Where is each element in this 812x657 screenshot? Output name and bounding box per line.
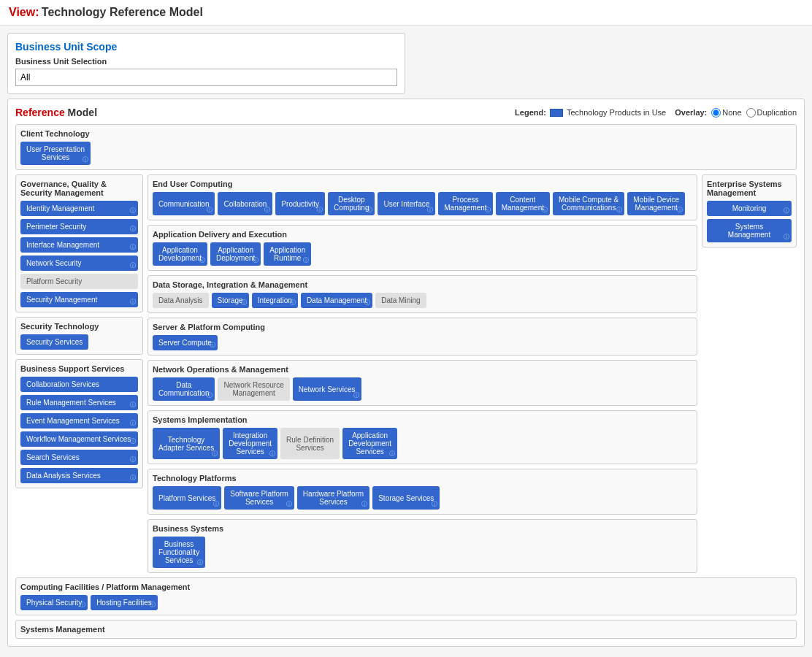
mobile-device-management-btn[interactable]: Mobile DeviceManagementⓘ [627,192,685,215]
overlay-duplication-radio[interactable] [746,108,756,118]
data-communication-btn[interactable]: DataCommunicationⓘ [153,377,215,401]
platform-security-btn[interactable]: Platform Security [20,274,138,289]
storage-services-btn[interactable]: Storage Servicesⓘ [372,486,440,510]
perimeter-security-btn[interactable]: Perimeter Securityⓘ [20,219,138,234]
overlay-none-option[interactable]: None [711,108,741,118]
data-storage-section: Data Storage, Integration & Management D… [148,275,697,313]
integration-btn[interactable]: Integrationⓘ [252,293,298,308]
network-services-btn[interactable]: Network Servicesⓘ [293,377,361,401]
collaboration-services-btn[interactable]: Collaboration Services [20,377,138,392]
workflow-management-services-btn[interactable]: Workflow Management Servicesⓘ [20,431,138,447]
tech-adapter-services-btn[interactable]: TechnologyAdapter Servicesⓘ [153,428,220,459]
business-support-section: Business Support Services Collaboration … [15,359,143,488]
server-platform-section: Server & Platform Computing Server Compu… [148,318,697,356]
security-technology-title: Security Technology [20,322,138,331]
collaboration-euc-btn[interactable]: Collaborationⓘ [218,192,272,215]
view-label: View: [9,6,39,18]
legend-label: Legend: [515,108,546,117]
network-ops-title: Network Operations & Management [153,365,692,374]
reference-model-title: Reference Model [15,107,97,118]
event-management-services-btn[interactable]: Event Management Servicesⓘ [20,413,138,429]
overlay-duplication-option[interactable]: Duplication [746,108,797,118]
business-support-title: Business Support Services [20,364,138,373]
systems-impl-section: Systems Implementation TechnologyAdapter… [148,410,697,464]
app-runtime-btn[interactable]: ApplicationRuntimeⓘ [264,242,311,266]
hardware-platform-services-btn[interactable]: Hardware PlatformServicesⓘ [297,486,369,510]
business-systems-title: Business Systems [153,524,692,533]
storage-btn[interactable]: Storageⓘ [212,293,249,308]
right-panel: Enterprise Systems Management Monitoring… [702,174,797,247]
systems-management-right-btn[interactable]: SystemsManagementⓘ [707,219,792,242]
tech-platforms-section: Technology Platforms Platform Servicesⓘ … [148,469,697,515]
page-header: View: Technology Reference Model [0,0,812,26]
end-user-computing-title: End User Computing [153,180,692,188]
communication-btn[interactable]: Communicationⓘ [153,192,215,215]
user-presentation-services-btn[interactable]: User PresentationServices ⓘ [20,142,91,165]
tech-platforms-title: Technology Platforms [153,474,692,483]
security-technology-section: Security Technology Security Services [15,317,143,355]
interface-management-btn[interactable]: Interface Managementⓘ [20,237,138,253]
rule-management-services-btn[interactable]: Rule Management Servicesⓘ [20,395,138,410]
overlay-label: Overlay: [675,108,707,117]
data-storage-title: Data Storage, Integration & Management [153,280,692,289]
business-unit-input[interactable] [15,69,397,86]
user-interface-btn[interactable]: User Interfaceⓘ [378,192,435,215]
app-development-btn[interactable]: ApplicationDevelopmentⓘ [153,242,207,266]
business-systems-section: Business Systems BusinessFunctionalitySe… [148,519,697,573]
legend-color-box [550,109,563,117]
network-ops-section: Network Operations & Management DataComm… [148,360,697,406]
governance-title: Governance, Quality & Security Managemen… [20,180,138,197]
productivity-btn[interactable]: Productivityⓘ [275,192,325,215]
enterprise-systems-section: Enterprise Systems Management Monitoring… [702,174,797,247]
page-title: Technology Reference Model [42,6,203,18]
app-dev-services-btn[interactable]: ApplicationDevelopmentServicesⓘ [342,428,397,459]
business-functionality-services-btn[interactable]: BusinessFunctionalityServicesⓘ [153,537,205,568]
hosting-facilities-btn[interactable]: Hosting Facilitiesⓘ [91,595,158,610]
systems-management-footer: Systems Management [15,620,797,639]
end-user-computing-section: End User Computing Communicationⓘ Collab… [148,174,697,220]
overlay-none-radio[interactable] [711,108,721,118]
data-analysis-services-btn[interactable]: Data Analysis Servicesⓘ [20,468,138,483]
rule-definition-services-btn[interactable]: Rule DefinitionServices [280,428,340,459]
scope-label: Business Unit Selection [15,57,397,66]
monitoring-btn[interactable]: Monitoringⓘ [707,201,792,216]
middle-panel: End User Computing Communicationⓘ Collab… [148,174,697,573]
data-analysis-btn[interactable]: Data Analysis [153,293,209,308]
client-technology-title: Client Technology [20,129,792,138]
server-compute-btn[interactable]: Server Computeⓘ [153,335,218,350]
data-management-btn[interactable]: Data Managementⓘ [301,293,372,308]
integration-dev-services-btn[interactable]: IntegrationDevelopmentServicesⓘ [223,428,277,459]
server-platform-title: Server & Platform Computing [153,323,692,331]
overlay-area: Overlay: None Duplication [675,108,797,118]
content-management-btn[interactable]: ContentManagementⓘ [496,192,550,215]
process-management-btn[interactable]: ProcessManagementⓘ [438,192,492,215]
computing-facilities-title: Computing Facilities / Platform Manageme… [20,583,792,591]
governance-section: Governance, Quality & Security Managemen… [15,174,143,312]
systems-management-footer-title: Systems Management [20,625,792,634]
legend-text: Technology Products in Use [567,108,666,117]
mobile-compute-btn[interactable]: Mobile Compute &Communicationsⓘ [553,192,624,215]
computing-facilities-section: Computing Facilities / Platform Manageme… [15,577,797,615]
search-services-btn[interactable]: Search Servicesⓘ [20,450,138,465]
identity-management-btn[interactable]: Identity Managementⓘ [20,201,138,216]
legend-area: Legend: Technology Products in Use [515,108,666,117]
network-resource-mgmt-btn[interactable]: Network ResourceManagement [218,377,289,401]
desktop-computing-btn[interactable]: DesktopComputingⓘ [328,192,375,215]
software-platform-services-btn[interactable]: Software PlatformServicesⓘ [224,486,294,510]
app-delivery-title: Application Delivery and Execution [153,230,692,239]
platform-services-btn[interactable]: Platform Servicesⓘ [153,486,221,510]
scope-title: Business Unit Scope [15,41,397,53]
app-deployment-btn[interactable]: ApplicationDeploymentⓘ [210,242,261,266]
systems-impl-title: Systems Implementation [153,415,692,424]
app-delivery-section: Application Delivery and Execution Appli… [148,225,697,271]
client-technology-section: Client Technology User PresentationServi… [15,124,797,170]
security-services-btn[interactable]: Security Services [20,334,88,350]
physical-security-btn[interactable]: Physical Securityⓘ [20,595,88,610]
data-mining-btn[interactable]: Data Mining [375,293,426,308]
network-security-btn[interactable]: Network Securityⓘ [20,256,138,271]
enterprise-systems-title: Enterprise Systems Management [707,180,792,197]
left-panel: Governance, Quality & Security Managemen… [15,174,143,488]
security-management-btn[interactable]: Security Managementⓘ [20,292,138,307]
